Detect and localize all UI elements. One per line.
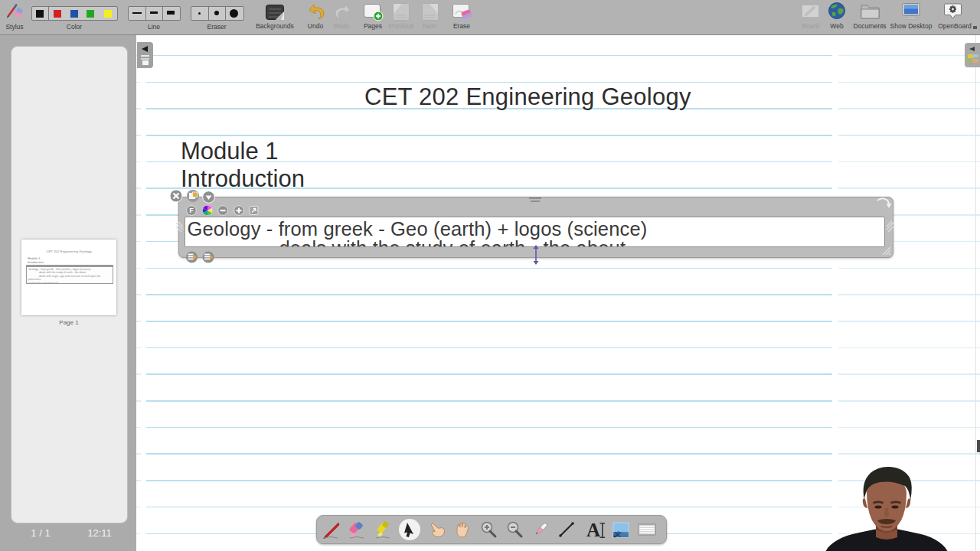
svg-text:F: F [189, 207, 194, 214]
svg-text:A: A [586, 520, 600, 540]
